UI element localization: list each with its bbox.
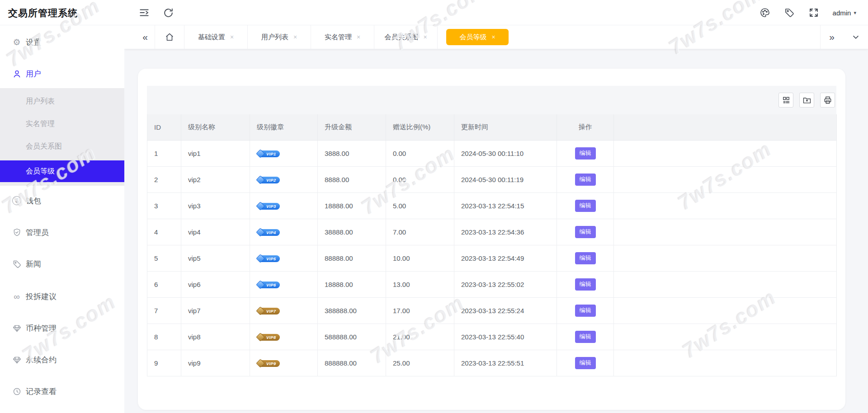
- cell-ratio: 25.00: [386, 350, 454, 376]
- sidebar-item-records[interactable]: 记录查看: [0, 380, 124, 402]
- tab-basic-settings[interactable]: 基础设置 ×: [184, 25, 248, 49]
- collapse-sidebar-button[interactable]: [138, 7, 150, 19]
- edit-button[interactable]: 编辑: [575, 252, 596, 264]
- column-settings-button[interactable]: [778, 93, 793, 108]
- diamond-icon: [12, 355, 22, 365]
- sidebar-item-member-level[interactable]: 会员等级: [0, 160, 124, 182]
- close-icon[interactable]: ×: [423, 34, 427, 40]
- refresh-button[interactable]: [163, 7, 175, 19]
- edit-button[interactable]: 编辑: [575, 305, 596, 317]
- cell-ratio: 10.00: [386, 245, 454, 271]
- cell-updated: 2023-03-13 22:54:49: [454, 245, 557, 271]
- sidebar-item-news[interactable]: 新闻: [0, 253, 124, 275]
- cell-actions: 编辑: [557, 350, 614, 376]
- fullscreen-button[interactable]: [808, 7, 819, 18]
- edit-button[interactable]: 编辑: [575, 226, 596, 238]
- print-button[interactable]: [820, 93, 835, 108]
- cell-amount: 38888.00: [318, 219, 386, 245]
- double-chevron-right-icon: »: [829, 32, 835, 42]
- scroll-tabs-right-button[interactable]: »: [821, 25, 843, 49]
- cell-ratio: 17.00: [386, 297, 454, 324]
- col-actions: 操作: [557, 114, 614, 140]
- printer-icon: [823, 96, 832, 105]
- edit-button[interactable]: 编辑: [575, 357, 596, 369]
- users-submenu: 用户列表 实名管理 会员关系图 会员等级: [0, 88, 124, 186]
- tab-realname[interactable]: 实名管理 ×: [311, 25, 374, 49]
- sidebar-item-label: 钱包: [26, 196, 41, 206]
- cell-id: 4: [147, 219, 181, 245]
- main-area: « 基础设置 × 用户列表 × 实名管理 × 会员关系图 × 会员等级 × »: [124, 25, 868, 413]
- cell-level-name: vip6: [181, 271, 250, 297]
- export-button[interactable]: [799, 93, 814, 108]
- member-level-card: ID 级别名称 级别徽章 升级金额 赠送比例(%) 更新时间 操作 1vip1V…: [138, 69, 845, 410]
- submenu-item-label: 实名管理: [26, 119, 55, 129]
- infinity-icon: ∞: [12, 291, 22, 301]
- cell-level-name: vip8: [181, 324, 250, 350]
- table-toolbar: [147, 86, 836, 114]
- sidebar-item-realname[interactable]: 实名管理: [0, 114, 124, 134]
- vip-badge-label: VIP2: [266, 178, 276, 183]
- cell-actions: 编辑: [557, 166, 614, 192]
- cell-actions: 编辑: [557, 324, 614, 350]
- edit-button[interactable]: 编辑: [575, 147, 596, 160]
- gem-icon: [256, 306, 265, 315]
- tab-member-graph[interactable]: 会员关系图 ×: [374, 25, 438, 49]
- sidebar-item-admins[interactable]: 管理员: [0, 221, 124, 243]
- tab-label: 会员等级: [459, 33, 486, 42]
- close-icon[interactable]: ×: [357, 34, 360, 40]
- col-id: ID: [147, 114, 181, 140]
- gem-icon: [256, 228, 265, 237]
- user-menu[interactable]: admin ▾: [833, 9, 856, 17]
- tab-options-dropdown[interactable]: [843, 25, 868, 49]
- cell-updated: 2023-03-13 22:55:02: [454, 271, 557, 297]
- tab-user-list[interactable]: 用户列表 ×: [248, 25, 311, 49]
- sidebar-item-feedback[interactable]: ∞ 投拆建议: [0, 286, 124, 307]
- edit-button[interactable]: 编辑: [575, 278, 596, 291]
- cell-id: 6: [147, 271, 181, 297]
- sidebar-item-users[interactable]: 用户: [0, 63, 124, 84]
- table-row: 3vip3VIP318888.005.002023-03-13 22:54:15…: [147, 192, 837, 219]
- close-icon[interactable]: ×: [293, 34, 297, 40]
- theme-palette-button[interactable]: [760, 7, 770, 18]
- cell-updated: 2023-03-13 22:54:15: [454, 192, 557, 219]
- refresh-icon: [163, 7, 175, 19]
- username: admin: [833, 9, 851, 17]
- vip-badge: VIP5: [259, 255, 280, 262]
- cell-ratio: 0.00: [386, 140, 454, 166]
- tags-button[interactable]: [784, 7, 795, 18]
- cell-level-name: vip5: [181, 245, 250, 271]
- sidebar-item-settings[interactable]: ⚙ 设置: [0, 31, 124, 53]
- gem-icon: [256, 149, 265, 158]
- submenu-item-label: 会员关系图: [26, 142, 62, 151]
- close-icon[interactable]: ×: [491, 34, 495, 40]
- sidebar-item-coins[interactable]: 币种管理: [0, 317, 124, 339]
- sidebar-item-wallet[interactable]: $ 钱包: [0, 190, 124, 211]
- cell-updated: 2023-03-13 22:55:51: [454, 350, 557, 376]
- cell-actions: 编辑: [557, 192, 614, 219]
- sidebar-item-user-list[interactable]: 用户列表: [0, 91, 124, 111]
- edit-button[interactable]: 编辑: [575, 200, 596, 212]
- cell-actions: 编辑: [557, 140, 614, 166]
- table-row: 1vip1VIP13888.000.002024-05-30 00:11:10编…: [147, 140, 837, 166]
- diamond-icon: [12, 323, 22, 333]
- tab-label: 会员关系图: [384, 33, 418, 42]
- home-tab-button[interactable]: [155, 25, 184, 49]
- tab-member-level[interactable]: 会员等级 ×: [446, 29, 509, 45]
- user-icon: [12, 69, 22, 79]
- chevron-down-icon: [851, 33, 860, 42]
- sidebar-item-perpetual[interactable]: 永续合约: [0, 349, 124, 371]
- cell-badge: VIP8: [250, 324, 318, 350]
- vip-badge: VIP2: [259, 177, 280, 183]
- cell-actions: 编辑: [557, 271, 614, 297]
- col-ratio: 赠送比例(%): [386, 114, 454, 140]
- vip-badge: VIP1: [259, 150, 280, 157]
- sidebar-item-member-graph[interactable]: 会员关系图: [0, 136, 124, 156]
- vip-badge: VIP9: [259, 360, 280, 367]
- close-icon[interactable]: ×: [230, 34, 234, 40]
- edit-button[interactable]: 编辑: [575, 174, 596, 186]
- cell-badge: VIP6: [250, 271, 318, 297]
- edit-button[interactable]: 编辑: [575, 331, 596, 343]
- sidebar-item-label: 用户: [26, 69, 41, 79]
- scroll-tabs-left-button[interactable]: «: [136, 25, 155, 49]
- cell-badge: VIP5: [250, 245, 318, 271]
